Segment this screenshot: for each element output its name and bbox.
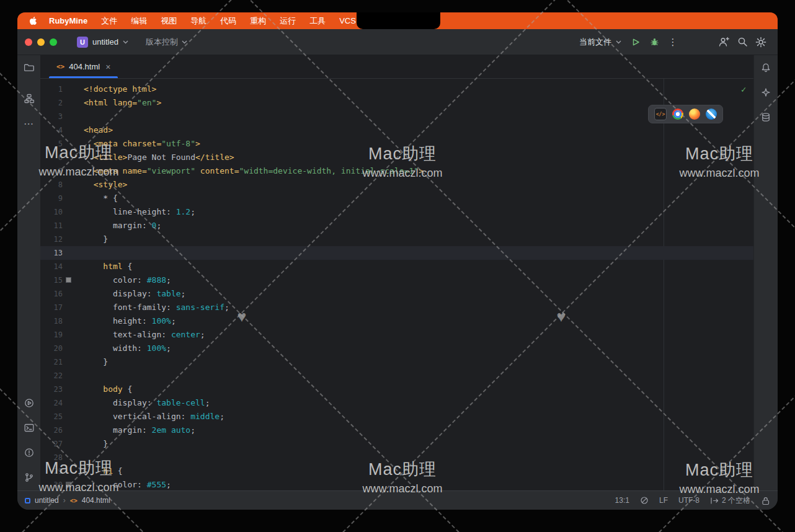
line-number[interactable]: 9 bbox=[40, 192, 84, 205]
code-line-22[interactable]: 22 bbox=[40, 369, 753, 383]
code-line-25[interactable]: 25 vertical-align: middle; bbox=[40, 410, 753, 423]
git-tool-window-button[interactable] bbox=[22, 470, 37, 485]
project-widget[interactable]: U untitled bbox=[73, 34, 132, 50]
search-everywhere-button[interactable] bbox=[733, 34, 752, 50]
line-separator-widget[interactable]: LF bbox=[659, 496, 668, 505]
code-editor[interactable]: 1<!doctype html>2<html lang="en">34<head… bbox=[40, 79, 753, 490]
code-line-27[interactable]: 27 } bbox=[40, 437, 753, 451]
code-line-26[interactable]: 26 margin: 2em auto; bbox=[40, 423, 753, 437]
window-close-button[interactable] bbox=[25, 38, 32, 46]
builtin-preview-icon[interactable]: </> bbox=[654, 108, 667, 120]
code-line-20[interactable]: 20 width: 100%; bbox=[40, 342, 753, 355]
code-line-6[interactable]: 6 <title>Page Not Found</title> bbox=[40, 151, 753, 164]
code-line-28[interactable]: 28 bbox=[40, 451, 753, 464]
code-line-23[interactable]: 23 body { bbox=[40, 383, 753, 396]
line-number[interactable]: 16 bbox=[40, 287, 84, 301]
debug-button[interactable] bbox=[645, 34, 664, 50]
line-number[interactable]: 20 bbox=[40, 342, 84, 355]
line-number[interactable]: 2 bbox=[40, 96, 84, 110]
code-line-4[interactable]: 4<head> bbox=[40, 123, 753, 137]
line-number[interactable]: 30 bbox=[40, 478, 84, 490]
window-zoom-button[interactable] bbox=[50, 38, 57, 46]
tab-close-icon[interactable]: × bbox=[105, 62, 110, 72]
indent-widget[interactable]: 2 个空格 bbox=[710, 495, 750, 506]
line-number[interactable]: 10 bbox=[40, 205, 84, 219]
line-number[interactable]: 21 bbox=[40, 355, 84, 369]
breadcrumb-file[interactable]: 404.html bbox=[82, 496, 110, 505]
encoding-widget[interactable]: UTF-8 bbox=[678, 496, 700, 505]
menu-item-8[interactable]: 工具 bbox=[303, 16, 332, 27]
code-line-8[interactable]: 8 <style> bbox=[40, 178, 753, 192]
code-line-3[interactable]: 3 bbox=[40, 110, 753, 123]
more-tool-windows-button[interactable]: ⋯ bbox=[22, 116, 37, 131]
problems-tool-window-button[interactable] bbox=[22, 445, 37, 460]
readonly-toggle[interactable] bbox=[761, 496, 770, 505]
code-line-15[interactable]: 15 color: #888; bbox=[40, 273, 753, 287]
structure-tool-window-button[interactable] bbox=[22, 91, 37, 106]
window-minimize-button[interactable] bbox=[37, 38, 45, 46]
menu-item-5[interactable]: 代码 bbox=[213, 16, 243, 27]
line-number[interactable]: 15 bbox=[40, 273, 84, 287]
chrome-icon[interactable] bbox=[672, 109, 683, 120]
code-line-19[interactable]: 19 text-align: center; bbox=[40, 328, 753, 342]
code-line-16[interactable]: 16 display: table; bbox=[40, 287, 753, 301]
terminal-tool-window-button[interactable] bbox=[22, 420, 37, 435]
code-line-9[interactable]: 9 * { bbox=[40, 192, 753, 205]
gutter-color-swatch[interactable] bbox=[66, 277, 71, 283]
line-number[interactable]: 18 bbox=[40, 314, 84, 328]
menu-item-1[interactable]: 文件 bbox=[94, 16, 124, 27]
line-number[interactable]: 13 bbox=[40, 246, 84, 260]
line-number[interactable]: 17 bbox=[40, 301, 84, 314]
code-with-me-button[interactable] bbox=[714, 34, 733, 50]
line-number[interactable]: 6 bbox=[40, 151, 84, 164]
code-line-24[interactable]: 24 display: table-cell; bbox=[40, 396, 753, 410]
line-number[interactable]: 29 bbox=[40, 464, 84, 478]
settings-button[interactable] bbox=[752, 34, 770, 50]
menu-item-7[interactable]: 运行 bbox=[273, 16, 303, 27]
line-number[interactable]: 26 bbox=[40, 423, 84, 437]
line-number[interactable]: 22 bbox=[40, 369, 84, 383]
line-number[interactable]: 8 bbox=[40, 178, 84, 192]
line-number[interactable]: 28 bbox=[40, 451, 84, 464]
line-number[interactable]: 11 bbox=[40, 219, 84, 233]
menu-item-2[interactable]: 编辑 bbox=[124, 16, 154, 27]
line-number[interactable]: 12 bbox=[40, 233, 84, 246]
run-tool-window-button[interactable] bbox=[22, 396, 37, 410]
line-number[interactable]: 25 bbox=[40, 410, 84, 423]
code-line-21[interactable]: 21 } bbox=[40, 355, 753, 369]
vcs-widget[interactable]: 版本控制 bbox=[142, 34, 191, 50]
code-line-7[interactable]: 7 <meta name="viewport" content="width=d… bbox=[40, 164, 753, 178]
code-line-29[interactable]: 29 h1 { bbox=[40, 464, 753, 478]
line-number[interactable]: 7 bbox=[40, 164, 84, 178]
line-number[interactable]: 5 bbox=[40, 137, 84, 151]
code-line-30[interactable]: 30 color: #555; bbox=[40, 478, 753, 490]
safari-icon[interactable] bbox=[706, 109, 717, 120]
code-line-11[interactable]: 11 margin: 0; bbox=[40, 219, 753, 233]
more-actions-button[interactable]: ⋮ bbox=[664, 34, 682, 50]
line-number[interactable]: 14 bbox=[40, 260, 84, 273]
line-number[interactable]: 24 bbox=[40, 396, 84, 410]
line-number[interactable]: 19 bbox=[40, 328, 84, 342]
breadcrumb-project[interactable]: untitled bbox=[35, 496, 59, 505]
code-line-1[interactable]: 1<!doctype html> bbox=[40, 82, 753, 96]
apple-menu[interactable] bbox=[26, 16, 40, 25]
run-button[interactable] bbox=[626, 34, 645, 50]
menu-item-4[interactable]: 导航 bbox=[184, 16, 213, 27]
ai-assistant-button[interactable] bbox=[758, 85, 773, 100]
gutter-color-swatch[interactable] bbox=[66, 482, 71, 487]
menu-item-6[interactable]: 重构 bbox=[243, 16, 273, 27]
code-line-12[interactable]: 12 } bbox=[40, 233, 753, 246]
menu-item-rubymine[interactable]: RubyMine bbox=[42, 16, 94, 25]
highlighting-level-widget[interactable] bbox=[640, 496, 649, 505]
code-line-17[interactable]: 17 font-family: sans-serif; bbox=[40, 301, 753, 314]
code-line-10[interactable]: 10 line-height: 1.2; bbox=[40, 205, 753, 219]
code-line-13[interactable]: 13 bbox=[40, 246, 753, 260]
database-tool-window-button[interactable] bbox=[758, 110, 773, 125]
notifications-button[interactable] bbox=[758, 60, 773, 75]
line-number[interactable]: 27 bbox=[40, 437, 84, 451]
line-number[interactable]: 4 bbox=[40, 123, 84, 137]
tab-404-html[interactable]: <> 404.html × bbox=[49, 55, 118, 78]
project-tool-window-button[interactable] bbox=[22, 60, 37, 75]
code-line-5[interactable]: 5 <meta charset="utf-8"> bbox=[40, 137, 753, 151]
line-number[interactable]: 1 bbox=[40, 82, 84, 96]
